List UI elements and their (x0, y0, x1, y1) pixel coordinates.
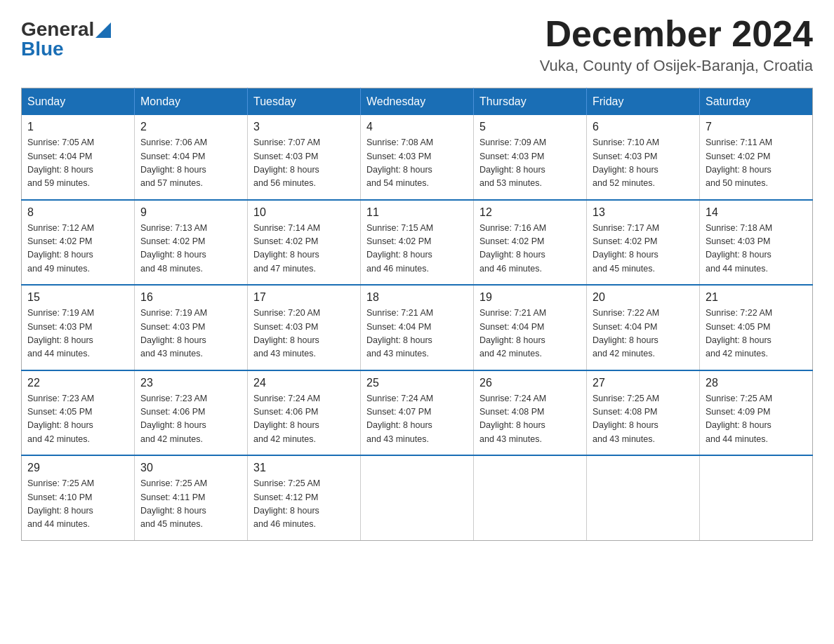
logo-triangle-icon (95, 22, 111, 38)
calendar-cell: 13Sunrise: 7:17 AM Sunset: 4:02 PM Dayli… (587, 200, 700, 286)
day-info: Sunrise: 7:24 AM Sunset: 4:07 PM Dayligh… (366, 392, 468, 447)
day-info: Sunrise: 7:19 AM Sunset: 4:03 PM Dayligh… (27, 307, 128, 361)
day-info: Sunrise: 7:05 AM Sunset: 4:04 PM Dayligh… (27, 136, 128, 191)
day-number: 24 (253, 377, 355, 389)
calendar-cell: 22Sunrise: 7:23 AM Sunset: 4:05 PM Dayli… (22, 370, 135, 456)
calendar-cell: 28Sunrise: 7:25 AM Sunset: 4:09 PM Dayli… (700, 370, 813, 456)
calendar-cell: 4Sunrise: 7:08 AM Sunset: 4:03 PM Daylig… (361, 115, 474, 200)
day-number: 31 (253, 462, 355, 474)
weekday-header-monday: Monday (135, 88, 248, 116)
day-info: Sunrise: 7:22 AM Sunset: 4:04 PM Dayligh… (593, 307, 694, 361)
calendar-cell: 11Sunrise: 7:15 AM Sunset: 4:02 PM Dayli… (361, 200, 474, 286)
calendar-cell: 17Sunrise: 7:20 AM Sunset: 4:03 PM Dayli… (248, 285, 361, 370)
day-number: 3 (253, 121, 355, 133)
svg-marker-0 (95, 22, 111, 38)
day-number: 10 (253, 206, 355, 219)
calendar-cell: 25Sunrise: 7:24 AM Sunset: 4:07 PM Dayli… (361, 370, 474, 456)
day-info: Sunrise: 7:21 AM Sunset: 4:04 PM Dayligh… (479, 307, 581, 361)
day-number: 23 (140, 377, 241, 389)
calendar-cell: 15Sunrise: 7:19 AM Sunset: 4:03 PM Dayli… (22, 285, 135, 370)
calendar-cell: 7Sunrise: 7:11 AM Sunset: 4:02 PM Daylig… (700, 115, 813, 200)
day-number: 6 (593, 121, 694, 133)
day-number: 2 (140, 121, 241, 133)
day-number: 19 (479, 291, 581, 304)
week-row-5: 29Sunrise: 7:25 AM Sunset: 4:10 PM Dayli… (22, 455, 813, 540)
calendar-cell: 5Sunrise: 7:09 AM Sunset: 4:03 PM Daylig… (474, 115, 587, 200)
day-number: 16 (140, 291, 241, 304)
day-info: Sunrise: 7:22 AM Sunset: 4:05 PM Dayligh… (706, 307, 807, 361)
calendar-cell: 12Sunrise: 7:16 AM Sunset: 4:02 PM Dayli… (474, 200, 587, 286)
day-info: Sunrise: 7:25 AM Sunset: 4:08 PM Dayligh… (593, 392, 694, 447)
calendar-cell: 19Sunrise: 7:21 AM Sunset: 4:04 PM Dayli… (474, 285, 587, 370)
day-info: Sunrise: 7:24 AM Sunset: 4:06 PM Dayligh… (253, 392, 355, 447)
calendar-cell: 10Sunrise: 7:14 AM Sunset: 4:02 PM Dayli… (248, 200, 361, 286)
day-number: 27 (593, 377, 694, 389)
calendar-cell: 31Sunrise: 7:25 AM Sunset: 4:12 PM Dayli… (248, 455, 361, 540)
weekday-header-sunday: Sunday (22, 88, 135, 116)
day-info: Sunrise: 7:11 AM Sunset: 4:02 PM Dayligh… (706, 136, 807, 191)
day-number: 1 (27, 121, 128, 133)
day-info: Sunrise: 7:25 AM Sunset: 4:10 PM Dayligh… (27, 477, 128, 532)
day-info: Sunrise: 7:16 AM Sunset: 4:02 PM Dayligh… (479, 222, 581, 276)
weekday-header-saturday: Saturday (700, 88, 813, 116)
day-number: 25 (366, 377, 468, 389)
logo-blue-text: Blue (21, 39, 64, 59)
day-number: 30 (140, 462, 241, 474)
day-info: Sunrise: 7:06 AM Sunset: 4:04 PM Dayligh… (140, 136, 241, 191)
calendar-cell: 14Sunrise: 7:18 AM Sunset: 4:03 PM Dayli… (700, 200, 813, 286)
calendar-cell (474, 455, 587, 540)
weekday-header-thursday: Thursday (474, 88, 587, 116)
calendar-cell: 18Sunrise: 7:21 AM Sunset: 4:04 PM Dayli… (361, 285, 474, 370)
logo: General Blue (21, 20, 111, 59)
day-number: 13 (593, 206, 694, 219)
day-number: 28 (706, 377, 807, 389)
day-info: Sunrise: 7:23 AM Sunset: 4:05 PM Dayligh… (27, 392, 128, 447)
day-info: Sunrise: 7:21 AM Sunset: 4:04 PM Dayligh… (366, 307, 468, 361)
day-info: Sunrise: 7:25 AM Sunset: 4:09 PM Dayligh… (706, 392, 807, 447)
calendar-cell: 21Sunrise: 7:22 AM Sunset: 4:05 PM Dayli… (700, 285, 813, 370)
day-info: Sunrise: 7:23 AM Sunset: 4:06 PM Dayligh… (140, 392, 241, 447)
day-number: 26 (479, 377, 581, 389)
day-info: Sunrise: 7:08 AM Sunset: 4:03 PM Dayligh… (366, 136, 468, 191)
header: General Blue December 2024 Vuka, County … (21, 14, 813, 75)
day-info: Sunrise: 7:25 AM Sunset: 4:12 PM Dayligh… (253, 477, 355, 532)
week-row-4: 22Sunrise: 7:23 AM Sunset: 4:05 PM Dayli… (22, 370, 813, 456)
day-number: 18 (366, 291, 468, 304)
day-number: 20 (593, 291, 694, 304)
day-info: Sunrise: 7:14 AM Sunset: 4:02 PM Dayligh… (253, 222, 355, 276)
location-title: Vuka, County of Osijek-Baranja, Croatia (540, 57, 813, 75)
day-number: 21 (706, 291, 807, 304)
calendar-cell (361, 455, 474, 540)
calendar-table: SundayMondayTuesdayWednesdayThursdayFrid… (21, 88, 813, 541)
day-number: 22 (27, 377, 128, 389)
day-info: Sunrise: 7:18 AM Sunset: 4:03 PM Dayligh… (706, 222, 807, 276)
calendar-cell: 6Sunrise: 7:10 AM Sunset: 4:03 PM Daylig… (587, 115, 700, 200)
day-number: 12 (479, 206, 581, 219)
day-number: 4 (366, 121, 468, 133)
weekday-header-friday: Friday (587, 88, 700, 116)
calendar-cell: 24Sunrise: 7:24 AM Sunset: 4:06 PM Dayli… (248, 370, 361, 456)
weekday-header-tuesday: Tuesday (248, 88, 361, 116)
day-number: 11 (366, 206, 468, 219)
day-number: 17 (253, 291, 355, 304)
day-number: 8 (27, 206, 128, 219)
month-title: December 2024 (540, 14, 813, 54)
calendar-cell (587, 455, 700, 540)
day-info: Sunrise: 7:12 AM Sunset: 4:02 PM Dayligh… (27, 222, 128, 276)
day-info: Sunrise: 7:25 AM Sunset: 4:11 PM Dayligh… (140, 477, 241, 532)
calendar-cell: 23Sunrise: 7:23 AM Sunset: 4:06 PM Dayli… (135, 370, 248, 456)
calendar-cell: 27Sunrise: 7:25 AM Sunset: 4:08 PM Dayli… (587, 370, 700, 456)
calendar-cell: 1Sunrise: 7:05 AM Sunset: 4:04 PM Daylig… (22, 115, 135, 200)
day-number: 9 (140, 206, 241, 219)
weekday-header-row: SundayMondayTuesdayWednesdayThursdayFrid… (22, 88, 813, 116)
calendar-cell: 29Sunrise: 7:25 AM Sunset: 4:10 PM Dayli… (22, 455, 135, 540)
title-area: December 2024 Vuka, County of Osijek-Bar… (540, 14, 813, 75)
day-number: 14 (706, 206, 807, 219)
day-info: Sunrise: 7:10 AM Sunset: 4:03 PM Dayligh… (593, 136, 694, 191)
calendar-cell: 26Sunrise: 7:24 AM Sunset: 4:08 PM Dayli… (474, 370, 587, 456)
calendar-cell: 16Sunrise: 7:19 AM Sunset: 4:03 PM Dayli… (135, 285, 248, 370)
day-info: Sunrise: 7:19 AM Sunset: 4:03 PM Dayligh… (140, 307, 241, 361)
day-number: 29 (27, 462, 128, 474)
calendar-cell: 3Sunrise: 7:07 AM Sunset: 4:03 PM Daylig… (248, 115, 361, 200)
day-info: Sunrise: 7:20 AM Sunset: 4:03 PM Dayligh… (253, 307, 355, 361)
